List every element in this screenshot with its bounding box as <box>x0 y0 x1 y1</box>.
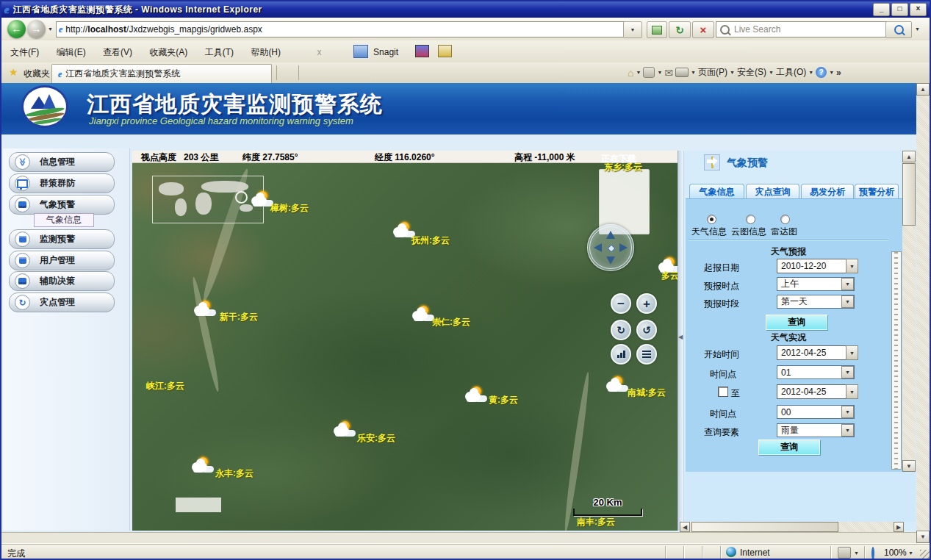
sidebar-item-decision-support[interactable]: 辅助决策 <box>9 271 115 291</box>
protected-mode-dropdown-icon[interactable]: ▼ <box>854 550 859 556</box>
minimize-button[interactable]: _ <box>873 3 890 16</box>
page-dropdown-icon[interactable]: ▼ <box>730 70 735 75</box>
resize-grip[interactable] <box>920 550 930 560</box>
maximize-button[interactable]: □ <box>891 3 908 16</box>
radio-cloud-image[interactable] <box>746 215 755 224</box>
overview-world-map[interactable] <box>152 176 264 223</box>
collapse-panel-icon[interactable]: ◀ <box>678 334 683 340</box>
safety-dropdown-icon[interactable]: ▼ <box>769 70 774 75</box>
print-dropdown-icon[interactable]: ▼ <box>691 70 696 75</box>
menu-edit[interactable]: 编辑(E) <box>49 40 93 59</box>
weather-marker[interactable] <box>194 301 220 320</box>
rotate-cw-button[interactable]: ↻ <box>611 320 631 340</box>
sidebar-item-user-mgmt[interactable]: 用户管理 <box>9 251 115 270</box>
sidebar-item-weather-warning[interactable]: 气象预警 <box>9 195 115 215</box>
dropdown-arrow-icon[interactable]: ▼ <box>841 366 854 378</box>
tools-dropdown-icon[interactable]: ▼ <box>808 70 813 75</box>
toolbar-close-icon[interactable]: x <box>309 41 328 57</box>
sidebar-item-monitor-warning[interactable]: 监测预警 <box>9 229 115 249</box>
dropdown-arrow-icon[interactable]: ▼ <box>846 259 858 273</box>
pan-east-icon[interactable] <box>619 243 628 252</box>
refresh-button[interactable]: ↻ <box>669 21 691 38</box>
snagit-icon[interactable] <box>353 45 368 58</box>
query-element-select[interactable]: 雨量 ▼ <box>777 423 855 437</box>
dropdown-arrow-icon[interactable]: ▼ <box>841 424 854 437</box>
zoom-icon[interactable] <box>871 547 874 560</box>
radio-label-cloud[interactable]: 云图信息 <box>731 226 766 238</box>
pan-west-icon[interactable] <box>594 243 602 252</box>
tools-menu[interactable]: 工具(O) <box>776 66 806 79</box>
tab-hazard-query[interactable]: 灾点查询 <box>746 184 799 199</box>
end-date-combo[interactable]: 2012-04-25 ▼ <box>777 384 858 399</box>
hour1-select[interactable]: 01 ▼ <box>777 365 855 379</box>
start-date-combo[interactable]: 2012-04-25 ▼ <box>777 345 858 360</box>
dropdown-arrow-icon[interactable]: ▼ <box>841 295 854 308</box>
page-tab[interactable]: e 江西省地质灾害监测预警系统 <box>51 64 272 83</box>
forecast-period-select[interactable]: 第一天 ▼ <box>777 295 855 309</box>
zoom-out-button[interactable]: − <box>611 293 631 314</box>
sidebar-item-group-defense[interactable]: 群策群防 <box>9 173 115 193</box>
radio-weather-info[interactable] <box>707 215 716 224</box>
scroll-right-icon[interactable]: ▶ <box>894 522 904 532</box>
pan-north-icon[interactable] <box>606 231 615 239</box>
snagit-editor-icon[interactable] <box>438 45 452 57</box>
tab-weather-info[interactable]: 气象信息 <box>689 184 744 200</box>
compatibility-view-button[interactable] <box>647 21 667 38</box>
scroll-left-icon[interactable]: ◀ <box>680 522 690 532</box>
rss-dropdown-icon[interactable]: ▼ <box>657 70 662 75</box>
radio-label-weather[interactable]: 天气信息 <box>691 226 727 238</box>
menu-help[interactable]: 帮助(H) <box>243 40 288 59</box>
map-viewport[interactable]: 樟树:多云 抚州:多云 东乡:多云 多云 新干:多云 崇仁:多云 峡江:多云 黄… <box>132 151 677 531</box>
map-pan-compass[interactable] <box>587 224 634 271</box>
menu-tools[interactable]: 工具(T) <box>198 40 241 59</box>
help-icon[interactable]: ? <box>816 67 827 78</box>
hour2-select[interactable]: 00 ▼ <box>777 405 855 419</box>
browser-vscrollbar[interactable]: ▲ ▼ <box>916 83 930 543</box>
page-menu[interactable]: 页面(P) <box>698 66 727 79</box>
scrollbar-thumb[interactable] <box>691 522 838 532</box>
radio-radar-image[interactable] <box>780 215 790 224</box>
stop-button[interactable]: × <box>692 21 714 38</box>
home-icon[interactable]: ⌂ <box>628 67 633 79</box>
print-icon[interactable] <box>675 68 689 77</box>
safety-menu[interactable]: 安全(S) <box>737 66 766 79</box>
scroll-up-icon[interactable]: ▲ <box>902 151 916 162</box>
actual-query-button[interactable]: 查询 <box>758 439 820 455</box>
weather-marker[interactable] <box>334 421 360 440</box>
address-input[interactable]: e http://localhost/Jxdzwebgis_mapgis/gri… <box>56 21 625 37</box>
help-dropdown-icon[interactable]: ▼ <box>829 70 834 75</box>
menu-view[interactable]: 查看(V) <box>96 40 140 59</box>
snagit-label[interactable]: Snagit <box>370 41 406 57</box>
tab-warning-analysis[interactable]: 预警分析 <box>855 184 899 199</box>
pan-south-icon[interactable] <box>606 256 615 265</box>
layers-button[interactable] <box>636 344 657 365</box>
toolbar-overflow-chevron[interactable]: » <box>836 68 841 78</box>
email-icon[interactable]: ✉ <box>664 67 673 79</box>
scroll-down-icon[interactable]: ▼ <box>902 460 916 472</box>
forecast-query-button[interactable]: 查询 <box>766 315 827 330</box>
status-zoom-level[interactable]: 100% <box>884 548 907 558</box>
protected-mode-icon[interactable] <box>838 547 851 559</box>
dropdown-arrow-icon[interactable]: ▼ <box>846 384 858 399</box>
search-go-button[interactable] <box>885 21 912 38</box>
close-button[interactable]: × <box>910 3 927 16</box>
snagit-capture-icon[interactable] <box>415 45 429 57</box>
panel-splitter[interactable]: ◀ <box>677 151 683 531</box>
rotate-ccw-button[interactable]: ↺ <box>636 320 657 340</box>
forecast-time-select[interactable]: 上午 ▼ <box>777 277 855 291</box>
dropdown-arrow-icon[interactable]: ▼ <box>841 406 854 418</box>
favorites-button[interactable]: 收藏夹 <box>24 68 50 80</box>
weather-marker[interactable] <box>465 387 492 406</box>
rss-feed-icon[interactable] <box>643 67 655 78</box>
nav-history-dropdown-icon[interactable]: ▼ <box>48 26 53 32</box>
dropdown-arrow-icon[interactable]: ▼ <box>841 278 854 290</box>
panel-hscrollbar[interactable]: ◀ ▶ <box>680 522 904 532</box>
live-search-box[interactable]: Live Search <box>716 21 887 37</box>
menu-favorites[interactable]: 收藏夹(A) <box>142 40 195 59</box>
sidebar-item-info-mgmt[interactable]: ≫ 信息管理 <box>9 152 115 172</box>
panel-vscrollbar[interactable]: ▲ ▼ <box>902 151 916 472</box>
forecast-date-combo[interactable]: 2010-12-20 ▼ <box>777 259 858 273</box>
search-options-dropdown-icon[interactable]: ▼ <box>915 26 920 32</box>
scrollbar-thumb[interactable] <box>902 163 916 226</box>
dropdown-arrow-icon[interactable]: ▼ <box>846 345 858 360</box>
